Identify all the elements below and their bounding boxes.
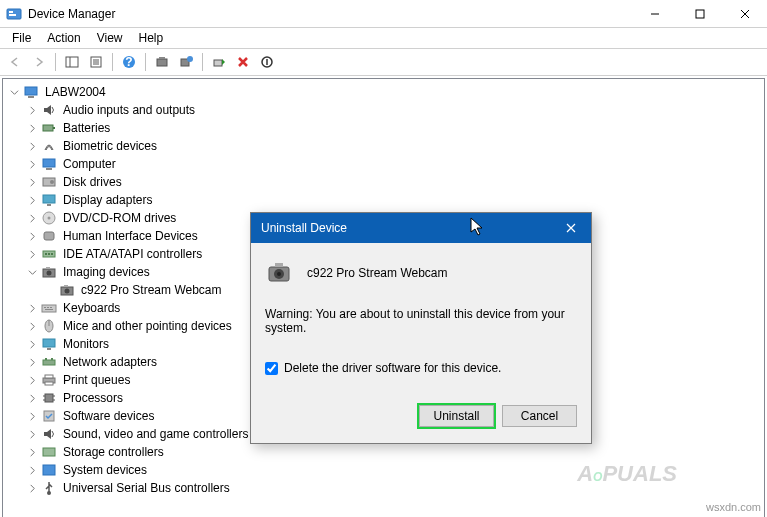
svg-rect-56 <box>45 382 53 385</box>
expander-closed-icon[interactable] <box>25 481 39 495</box>
expander-closed-icon[interactable] <box>25 373 39 387</box>
dialog-close-button[interactable] <box>551 213 591 243</box>
minimize-button[interactable] <box>632 0 677 28</box>
tree-category[interactable]: Batteries <box>25 119 764 137</box>
category-icon <box>41 300 57 316</box>
menu-action[interactable]: Action <box>39 29 88 47</box>
expander-closed-icon[interactable] <box>25 157 39 171</box>
uninstall-dialog: Uninstall Device c922 Pro Stream Webcam … <box>250 212 592 444</box>
svg-rect-53 <box>51 358 53 360</box>
expander-closed-icon[interactable] <box>25 427 39 441</box>
category-label: Processors <box>61 390 125 406</box>
category-label: Storage controllers <box>61 444 166 460</box>
expander-closed-icon[interactable] <box>25 301 39 315</box>
svg-rect-24 <box>46 168 52 170</box>
expander-closed-icon[interactable] <box>25 319 39 333</box>
tree-root[interactable]: LABW2004 <box>7 83 764 101</box>
app-icon <box>6 6 22 22</box>
category-icon <box>41 426 57 442</box>
expander-closed-icon[interactable] <box>25 139 39 153</box>
category-label: Keyboards <box>61 300 122 316</box>
tree-category[interactable]: Universal Serial Bus controllers <box>25 479 764 497</box>
category-label: Audio inputs and outputs <box>61 102 197 118</box>
forward-button[interactable] <box>28 51 50 73</box>
back-button[interactable] <box>4 51 26 73</box>
svg-rect-27 <box>43 195 55 203</box>
svg-rect-38 <box>46 267 50 269</box>
dialog-device-name: c922 Pro Stream Webcam <box>307 266 448 280</box>
help-button[interactable]: ? <box>118 51 140 73</box>
close-button[interactable] <box>722 0 767 28</box>
expander-closed-icon[interactable] <box>25 445 39 459</box>
show-hide-tree-button[interactable] <box>61 51 83 73</box>
expander-closed-icon[interactable] <box>25 175 39 189</box>
dialog-titlebar: Uninstall Device <box>251 213 591 243</box>
expander-closed-icon[interactable] <box>25 391 39 405</box>
expander-closed-icon[interactable] <box>25 409 39 423</box>
webcam-icon <box>265 257 297 289</box>
expander-closed-icon[interactable] <box>25 247 39 261</box>
computer-icon <box>23 84 39 100</box>
expander-closed-icon[interactable] <box>25 355 39 369</box>
svg-rect-43 <box>44 307 46 308</box>
category-label: Computer <box>61 156 118 172</box>
dialog-warning-text: Warning: You are about to uninstall this… <box>265 307 577 335</box>
svg-rect-51 <box>43 360 55 365</box>
svg-point-26 <box>50 180 54 184</box>
dialog-title: Uninstall Device <box>261 221 551 235</box>
svg-rect-14 <box>159 57 165 59</box>
category-icon <box>41 228 57 244</box>
menu-help[interactable]: Help <box>131 29 172 47</box>
delete-driver-checkbox-input[interactable] <box>265 362 278 375</box>
uninstall-button[interactable]: Uninstall <box>419 405 494 427</box>
disable-device-button[interactable] <box>256 51 278 73</box>
update-driver-button[interactable] <box>208 51 230 73</box>
tree-category[interactable]: Audio inputs and outputs <box>25 101 764 119</box>
tree-category[interactable]: Display adapters <box>25 191 764 209</box>
svg-point-37 <box>47 271 52 276</box>
cancel-button[interactable]: Cancel <box>502 405 577 427</box>
add-legacy-button[interactable] <box>175 51 197 73</box>
device-label: c922 Pro Stream Webcam <box>79 282 224 298</box>
category-icon <box>41 354 57 370</box>
expander-closed-icon[interactable] <box>25 193 39 207</box>
menu-bar: File Action View Help <box>0 28 767 48</box>
category-label: IDE ATA/ATAPI controllers <box>61 246 204 262</box>
svg-rect-49 <box>43 339 55 347</box>
svg-rect-44 <box>47 307 49 308</box>
expander-closed-icon[interactable] <box>25 121 39 135</box>
category-icon <box>41 444 57 460</box>
tree-category[interactable]: Computer <box>25 155 764 173</box>
tree-category[interactable]: Disk drives <box>25 173 764 191</box>
tree-root-label: LABW2004 <box>43 84 108 100</box>
tree-category[interactable]: Biometric devices <box>25 137 764 155</box>
category-icon <box>41 102 57 118</box>
menu-view[interactable]: View <box>89 29 131 47</box>
svg-point-30 <box>48 217 51 220</box>
category-icon <box>41 336 57 352</box>
category-icon <box>41 138 57 154</box>
svg-rect-46 <box>45 309 53 310</box>
tree-category[interactable]: Storage controllers <box>25 443 764 461</box>
scan-hardware-button[interactable] <box>151 51 173 73</box>
menu-file[interactable]: File <box>4 29 39 47</box>
svg-point-16 <box>187 56 193 62</box>
category-icon <box>41 156 57 172</box>
expander-open-icon[interactable] <box>25 265 39 279</box>
svg-rect-55 <box>45 375 53 378</box>
expander-closed-icon[interactable] <box>25 229 39 243</box>
maximize-button[interactable] <box>677 0 722 28</box>
properties-toolbar-button[interactable] <box>85 51 107 73</box>
svg-rect-23 <box>43 159 55 167</box>
expander-open-icon[interactable] <box>7 85 21 99</box>
expander-closed-icon[interactable] <box>25 463 39 477</box>
delete-driver-checkbox[interactable]: Delete the driver software for this devi… <box>265 361 577 375</box>
category-label: Batteries <box>61 120 112 136</box>
tree-category[interactable]: System devices <box>25 461 764 479</box>
category-label: Imaging devices <box>61 264 152 280</box>
webcam-icon <box>59 282 75 298</box>
expander-closed-icon[interactable] <box>25 337 39 351</box>
uninstall-toolbar-button[interactable] <box>232 51 254 73</box>
expander-closed-icon[interactable] <box>25 211 39 225</box>
expander-closed-icon[interactable] <box>25 103 39 117</box>
